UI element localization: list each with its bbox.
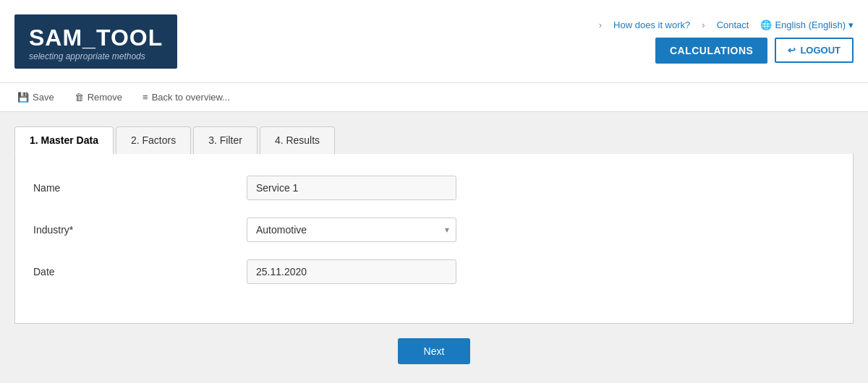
header-top-links: › How does it work? › Contact 🌐 English … xyxy=(599,20,854,30)
header-bottom-links: CALCULATIONS ↩ LOGOUT xyxy=(655,38,854,64)
globe-icon: 🌐 xyxy=(760,20,772,30)
industry-select-wrapper: Automotive Finance Healthcare Retail Tec… xyxy=(247,218,456,242)
date-label: Date xyxy=(30,266,247,277)
name-input[interactable] xyxy=(247,176,456,200)
tab-filter[interactable]: 3. Filter xyxy=(193,126,258,154)
back-label: Back to overview... xyxy=(152,92,230,103)
name-label: Name xyxy=(30,182,247,194)
date-input[interactable] xyxy=(247,259,456,284)
header: SAM_TOOL selecting appropriate methods ›… xyxy=(0,0,868,83)
chevron-right-icon: › xyxy=(599,20,602,30)
save-icon: 💾 xyxy=(17,92,29,103)
industry-label: Industry* xyxy=(30,224,247,236)
calculations-button[interactable]: CALCULATIONS xyxy=(655,38,767,64)
tabs: 1. Master Data 2. Factors 3. Filter 4. R… xyxy=(14,126,854,154)
form-actions: Next xyxy=(14,324,854,371)
header-right: › How does it work? › Contact 🌐 English … xyxy=(599,20,854,64)
logout-button[interactable]: ↩ LOGOUT xyxy=(775,38,854,63)
tab-master-data-label: 1. Master Data xyxy=(30,134,98,146)
logo-subtitle: selecting appropriate methods xyxy=(29,51,163,61)
form-panel: Name Industry* Automotive Finance Health… xyxy=(14,154,854,324)
language-selector[interactable]: 🌐 English (English) ▾ xyxy=(760,20,854,30)
chevron-right-icon2: › xyxy=(702,20,705,30)
how-it-works-link[interactable]: How does it work? xyxy=(613,20,690,30)
tab-factors[interactable]: 2. Factors xyxy=(116,126,191,154)
toolbar: 💾 Save 🗑 Remove ≡ Back to overview... xyxy=(0,83,868,112)
logo-title: SAM_TOOL xyxy=(29,25,163,51)
trash-icon: 🗑 xyxy=(75,92,84,103)
logout-label: LOGOUT xyxy=(800,45,841,56)
save-label: Save xyxy=(33,92,54,103)
chevron-down-icon: ▾ xyxy=(848,20,854,30)
next-button[interactable]: Next xyxy=(398,338,471,364)
tab-results-label: 4. Results xyxy=(275,134,320,146)
logout-icon: ↩ xyxy=(788,45,796,56)
tab-filter-label: 3. Filter xyxy=(208,134,242,146)
industry-row: Industry* Automotive Finance Healthcare … xyxy=(30,218,838,242)
language-label: English (English) xyxy=(775,20,846,30)
back-to-overview-button[interactable]: ≡ Back to overview... xyxy=(140,90,233,104)
tab-master-data[interactable]: 1. Master Data xyxy=(14,126,114,154)
save-button[interactable]: 💾 Save xyxy=(14,90,57,104)
list-icon: ≡ xyxy=(142,92,148,103)
date-row: Date xyxy=(30,259,838,284)
tab-factors-label: 2. Factors xyxy=(131,134,176,146)
industry-select[interactable]: Automotive Finance Healthcare Retail Tec… xyxy=(247,218,456,242)
tab-results[interactable]: 4. Results xyxy=(260,126,335,154)
contact-link[interactable]: Contact xyxy=(717,20,749,30)
name-row: Name xyxy=(30,176,838,200)
logo: SAM_TOOL selecting appropriate methods xyxy=(14,14,177,69)
remove-button[interactable]: 🗑 Remove xyxy=(72,90,125,104)
remove-label: Remove xyxy=(88,92,122,103)
content-area: 1. Master Data 2. Factors 3. Filter 4. R… xyxy=(0,112,868,379)
